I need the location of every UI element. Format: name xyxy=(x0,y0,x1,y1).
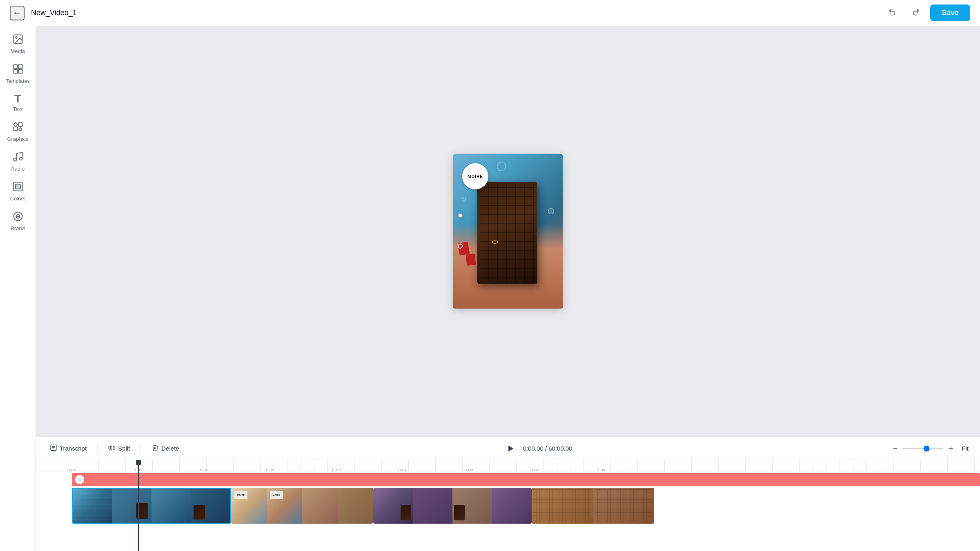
svg-rect-3 xyxy=(18,65,22,69)
svg-point-8 xyxy=(19,128,22,131)
svg-rect-16 xyxy=(109,446,111,449)
sidebar-graphics-label: Graphics xyxy=(7,136,28,142)
redo-button[interactable] xyxy=(907,5,924,21)
svg-rect-7 xyxy=(18,123,22,127)
split-button[interactable]: Split xyxy=(102,441,136,455)
svg-rect-5 xyxy=(18,69,22,73)
colors-icon xyxy=(12,181,24,194)
split-icon xyxy=(108,444,116,453)
svg-rect-2 xyxy=(13,65,17,69)
svg-rect-6 xyxy=(13,127,17,131)
templates-icon xyxy=(12,63,24,76)
bottom-panel: Transcript Split xyxy=(36,437,980,551)
graphics-icon xyxy=(12,121,24,134)
video-clips-row: MOIRÉ MOIRÉ xyxy=(72,488,980,524)
sidebar-text-label: Text xyxy=(13,106,23,112)
transcript-button[interactable]: Transcript xyxy=(44,441,92,455)
divider-1 xyxy=(97,444,98,453)
svg-point-1 xyxy=(16,37,17,38)
undo-button[interactable] xyxy=(884,5,901,21)
brand-badge: MOIRÉ xyxy=(462,163,488,189)
svg-rect-17 xyxy=(113,446,115,449)
sidebar-audio-label: Audio xyxy=(11,166,24,172)
audio-track: − xyxy=(72,473,980,486)
media-icon xyxy=(12,33,24,47)
svg-point-9 xyxy=(13,158,16,161)
zoom-slider[interactable] xyxy=(902,448,943,449)
back-button[interactable]: ← xyxy=(10,6,24,20)
delete-icon xyxy=(151,444,159,453)
ruler-ticks: 0:00 0:01 0:02 0:03 0:04 0:05 0:06 0:07 xyxy=(72,460,980,471)
sidebar-media-label: Media xyxy=(11,48,25,54)
sidebar-item-graphics[interactable]: Graphics xyxy=(2,117,34,146)
fit-button[interactable]: Fit xyxy=(958,443,972,453)
topbar-actions: Save xyxy=(884,4,970,21)
zoom-out-button[interactable]: − xyxy=(891,442,900,455)
sidebar-item-brand[interactable]: Brand xyxy=(2,207,34,236)
video-clip-2[interactable]: MOIRÉ MOIRÉ xyxy=(231,488,373,524)
topbar: ← New_Video_1 Save xyxy=(0,0,980,26)
video-clip-3[interactable] xyxy=(373,488,532,524)
sidebar-brand-label: Brand xyxy=(11,225,25,231)
timeline-toolbar: Transcript Split xyxy=(36,437,980,460)
zoom-controls: − + Fit xyxy=(891,442,972,455)
sidebar-item-text[interactable]: T Text xyxy=(2,89,34,116)
sidebar-item-templates[interactable]: Templates xyxy=(2,59,34,88)
delete-label: Delete xyxy=(161,445,179,452)
transcript-label: Transcript xyxy=(60,445,87,452)
save-button[interactable]: Save xyxy=(930,4,970,21)
playhead-head xyxy=(136,460,141,465)
svg-rect-4 xyxy=(13,69,17,73)
video-clip-1[interactable] xyxy=(72,488,231,524)
text-icon: T xyxy=(14,93,21,104)
canvas-area: MOIRÉ xyxy=(36,26,980,437)
zoom-in-button[interactable]: + xyxy=(947,442,955,455)
svg-marker-19 xyxy=(508,445,513,451)
sidebar-colors-label: Colors xyxy=(10,196,26,202)
ruler-minor-ticks xyxy=(72,460,980,471)
playhead-ruler xyxy=(138,460,139,471)
sidebar-templates-label: Templates xyxy=(6,78,30,84)
sidebar-item-media[interactable]: Media xyxy=(2,29,34,58)
svg-point-10 xyxy=(19,157,22,160)
split-label: Split xyxy=(118,445,130,452)
preview-frame[interactable]: MOIRÉ xyxy=(453,154,563,309)
sidebar: Media Templates T Text Graphics xyxy=(0,26,36,551)
tracks-area: − MOIRÉ xyxy=(36,471,980,551)
play-button[interactable] xyxy=(503,441,518,456)
project-title: New_Video_1 xyxy=(31,9,878,17)
sidebar-item-audio[interactable]: Audio xyxy=(2,147,34,176)
transcript-icon xyxy=(50,444,57,453)
timeline-ruler: 0:00 0:01 0:02 0:03 0:04 0:05 0:06 0:07 xyxy=(36,460,980,471)
sidebar-item-colors[interactable]: Colors xyxy=(2,177,34,206)
divider-2 xyxy=(140,444,141,453)
audio-minus-button[interactable]: − xyxy=(75,475,84,484)
video-clip-4[interactable] xyxy=(532,488,654,524)
playback-controls: 0:00.00 / 60:00.00 xyxy=(188,441,888,456)
brand-icon xyxy=(12,211,24,224)
preview-image: MOIRÉ xyxy=(453,154,563,309)
svg-rect-12 xyxy=(16,184,20,189)
delete-button[interactable]: Delete xyxy=(146,441,185,455)
audio-icon xyxy=(12,151,24,164)
time-display: 0:00.00 / 60:00.00 xyxy=(523,445,572,452)
audio-track-bar: − xyxy=(72,473,980,486)
